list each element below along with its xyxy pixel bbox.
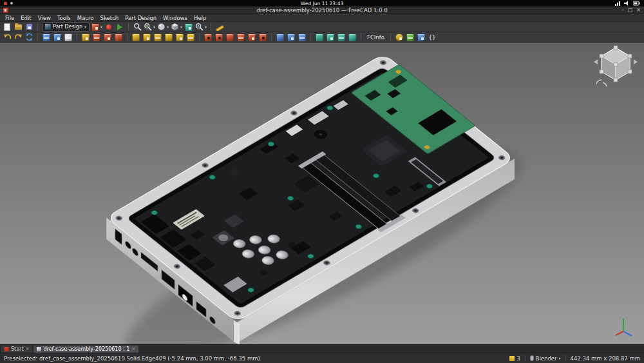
network-icon[interactable] [615,1,621,6]
additive-loft-icon[interactable] [153,33,162,42]
chevron-down-icon: ▾ [100,25,102,29]
replace-link-icon[interactable] [53,33,62,42]
fcinfo-button[interactable]: FCInfo [365,34,386,41]
save-icon[interactable] [24,23,33,32]
polar-pattern-icon[interactable] [298,33,307,42]
fit-all-icon[interactable] [133,23,142,32]
thickness-icon[interactable] [348,33,357,42]
sync-view-icon[interactable] [184,23,193,32]
menu-windows[interactable]: Windows [160,15,191,21]
close-tab-icon[interactable]: × [26,347,30,351]
minimize-button[interactable]: – [621,8,624,13]
tab-document[interactable]: dref-case-assembly-20250610 : 1 × [33,346,138,353]
system-tray[interactable] [615,1,640,6]
axis-cross [612,315,635,338]
navigation-style-selector[interactable]: Blender ▾ [530,355,561,362]
maximize-button[interactable]: □ [628,8,633,13]
navigation-style-label: Blender [536,355,557,362]
measure-icon[interactable] [215,23,224,32]
additive-primitive-icon[interactable] [186,33,195,42]
fillet-icon[interactable] [315,33,324,42]
notifications-count: 3 [516,355,520,362]
draw-style-dropdown[interactable]: ▾ [157,23,169,31]
macro-execute-icon[interactable] [115,23,124,32]
link-icon[interactable] [42,33,51,42]
linear-pattern-icon[interactable] [287,33,296,42]
clock[interactable]: Wed Jun 11 23:43 [0,1,644,6]
hole-icon[interactable] [214,33,223,42]
redo-icon[interactable] [14,33,23,42]
expression-editor-label: {} [427,34,438,41]
zoom-selection-icon [195,23,204,31]
workbench-selector[interactable]: Part Design ▾ [42,23,90,32]
window-title: dref-case-assembly-20250610 — FreeCAD 1.… [0,7,644,14]
mirror-icon[interactable] [276,33,285,42]
window-titlebar[interactable]: dref-case-assembly-20250610 — FreeCAD 1.… [0,6,644,14]
menu-sketch[interactable]: Sketch [97,15,122,21]
chevron-down-icon: ▾ [153,25,155,29]
menu-macro[interactable]: Macro [74,15,97,21]
refresh-icon[interactable] [24,33,33,42]
menu-view[interactable]: View [35,15,54,21]
create-sketch-icon[interactable] [92,33,101,42]
chevron-down-icon: ▾ [205,25,207,29]
undo-icon[interactable] [3,33,12,42]
3d-model[interactable] [0,43,644,344]
paste-icon[interactable] [64,33,73,42]
subtractive-pipe-icon[interactable] [247,33,256,42]
pocket-icon[interactable] [204,33,213,42]
3d-viewport[interactable] [0,43,644,344]
menu-tools[interactable]: Tools [54,15,74,21]
menu-part-design[interactable]: Part Design [122,15,160,21]
chevron-down-icon: ▾ [167,25,169,29]
create-body-icon[interactable] [81,33,90,42]
rotate-cw-icon[interactable] [603,83,607,86]
volume-icon[interactable] [624,1,630,6]
view-isometric-dropdown[interactable]: ▾ [171,23,182,31]
macro-run-icon[interactable] [417,33,426,42]
rotate-ccw-icon[interactable] [596,80,601,84]
navigation-cube[interactable] [591,44,640,89]
mouse-icon [530,355,534,361]
tab-start[interactable]: Start × [1,346,32,353]
pad-icon[interactable] [131,33,140,42]
subtractive-primitive-icon[interactable] [258,33,267,42]
additive-helix-icon[interactable] [175,33,184,42]
zoom-dropdown[interactable]: ▾ [144,23,155,31]
rotate-right-arrow-icon[interactable] [634,59,638,64]
edit-sketch-icon[interactable] [103,33,112,42]
revolution-icon[interactable] [142,33,151,42]
menu-file[interactable]: File [2,15,17,21]
draft-icon[interactable] [337,33,346,42]
open-document-icon[interactable] [14,23,23,32]
view-selection-dropdown[interactable]: ▾ [195,23,207,31]
notifications-indicator[interactable]: 3 [509,355,520,362]
menu-help[interactable]: Help [191,15,209,21]
rotate-left-arrow-icon[interactable] [594,59,598,64]
tab-document-label: dref-case-assembly-20250610 : 1 [43,346,129,352]
chamfer-icon[interactable] [326,33,335,42]
toolbar-partdesign: FCInfo {} [0,32,644,43]
macro-bomb-icon[interactable] [395,33,404,42]
draw-style-icon [157,23,166,31]
battery-icon[interactable] [633,1,640,6]
additive-pipe-icon[interactable] [164,33,173,42]
tab-start-label: Start [11,346,24,352]
map-sketch-icon[interactable] [114,33,123,42]
close-tab-icon[interactable]: × [131,347,135,351]
sketch-tools-dropdown[interactable]: ▾ [91,23,102,31]
new-document-icon[interactable] [3,23,12,32]
close-button[interactable]: × [636,8,641,13]
toolbar-main: Part Design ▾ ▾ ▾ ▾ ▾ ▾ [0,22,644,32]
part-design-workbench-icon [45,24,51,30]
menu-bar: File Edit View Tools Macro Sketch Part D… [0,14,644,22]
groove-icon[interactable] [225,33,234,42]
document-tab-bar: Start × dref-case-assembly-20250610 : 1 … [0,344,644,353]
expression-editor-button[interactable]: {} [428,33,437,42]
macro-record-icon[interactable] [104,23,113,32]
spreadsheet-icon[interactable] [406,33,415,42]
subtractive-loft-icon[interactable] [236,33,245,42]
menu-edit[interactable]: Edit [17,15,34,21]
status-bar: Preselected: dref_case_assembly_20250610… [0,353,644,363]
viewport-dimensions-value: 442.34 mm x 208.87 mm [571,355,640,362]
